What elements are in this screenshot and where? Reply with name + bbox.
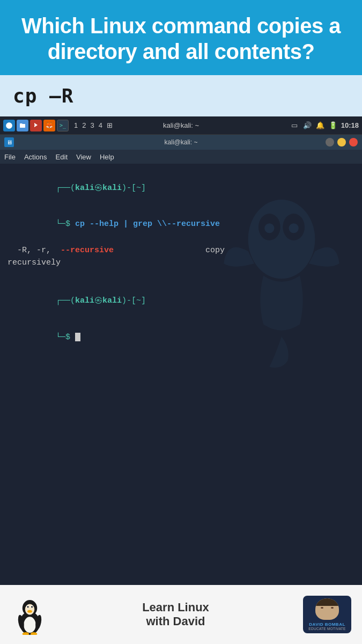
terminal-command-1: cp --help | grep \\--recursive [75,219,220,229]
menu-view[interactable]: View [76,153,91,161]
svg-point-13 [27,610,32,612]
terminal-wrapper: 🦊 >_ 1 2 3 4 ⊞ kali@kali: ~ ▭ 🔊 🔔 🔋 10:1… [0,116,362,585]
menu-bar: File Actions Edit View Help [0,150,362,164]
prompt1-bracket-open: ┌──( [56,184,75,193]
output-line-2: recursively [8,257,354,269]
taskbar: 🦊 >_ 1 2 3 4 ⊞ kali@kali: ~ ▭ 🔊 🔔 🔋 10:1… [0,116,362,135]
prompt1-dollar-line: └─$ cp --help | grep \\--recursive [8,207,354,243]
svg-point-12 [31,606,33,608]
prompt1-user: kali [75,184,94,193]
terminal-window: 🖥 kali@kali: ~ File Actions Edit View He… [0,135,362,585]
workspace-1[interactable]: 1 [74,121,78,129]
taskbar-kali-icon[interactable] [3,120,15,131]
workspace-2[interactable]: 2 [82,121,86,129]
taskbar-battery-icon[interactable]: 🔋 [328,121,338,130]
taskbar-term-icon[interactable]: >_ [57,120,69,131]
prompt2-bracket-open: ┌──( [56,296,75,305]
terminal-titlebar: 🖥 kali@kali: ~ [0,135,362,150]
footer-learn-text: Learn Linux [48,601,303,614]
svg-point-11 [27,606,28,608]
taskbar-firefox-icon[interactable]: 🦊 [43,120,55,131]
tux-logo [11,593,48,636]
taskbar-bell-icon[interactable]: 🔔 [315,121,325,130]
footer: Learn Linux with David DAVID BOMBAL EDUC… [0,585,362,644]
menu-actions[interactable]: Actions [24,153,47,161]
prompt1-bracket-line: ┌──(kali㉿kali)-[~] [8,170,354,207]
taskbar-title: kali@kali: ~ [163,121,199,129]
prompt2-dollar: └─$ [56,333,75,342]
taskbar-files-icon[interactable] [17,120,28,131]
prompt2-dollar-line: └─$ [8,319,354,356]
terminal-prompt-1: ┌──(kali㉿kali)-[~] └─$ cp --help | grep … [8,170,354,243]
terminal-titlebar-icon: 🖥 [4,137,14,147]
header-section: Which Linux command copies a directory a… [0,0,362,75]
svg-point-8 [25,604,34,614]
david-bombal-logo: DAVID BOMBAL EDUCATE MOTIVATE [303,596,351,633]
taskbar-window-icon[interactable]: ▭ [290,121,299,130]
output-recursive-text: --recursive [61,246,114,255]
prompt2-at: ㉿ [94,296,102,305]
workspace-3[interactable]: 3 [90,121,94,129]
svg-point-6 [24,617,36,633]
prompt2-dir: )-[~] [122,296,146,305]
taskbar-apps: 🦊 >_ [3,120,69,131]
terminal-cursor [75,333,80,341]
prompt2-user: kali [75,296,94,305]
prompt2-bracket-line: ┌──(kali㉿kali)-[~] [8,283,354,320]
workspace-4[interactable]: 4 [99,121,102,129]
answer-text: cp –R [13,85,73,107]
prompt1-host: kali [102,184,122,193]
terminal-close-button[interactable] [349,138,358,147]
terminal-minimize-button[interactable] [326,138,334,147]
prompt1-dir: )-[~] [122,184,146,193]
prompt1-dollar: └─$ [56,219,75,229]
footer-text: Learn Linux with David [48,601,303,628]
taskbar-volume-icon[interactable]: 🔊 [302,121,312,130]
terminal-maximize-button[interactable] [337,138,346,147]
terminal-content[interactable]: ┌──(kali㉿kali)-[~] └─$ cp --help | grep … [0,164,362,585]
terminal-prompt-2: ┌──(kali㉿kali)-[~] └─$ [8,283,354,356]
terminal-controls [326,138,358,147]
taskbar-time: 10:18 [341,121,359,129]
prompt2-host: kali [102,296,122,305]
prompt1-at: ㉿ [94,184,102,193]
taskbar-app-icon[interactable]: ⊞ [107,121,113,129]
taskbar-red-icon[interactable] [30,120,42,131]
footer-with-text: with David [48,614,303,628]
answer-box: cp –R [0,75,362,116]
taskbar-workspace-numbers: 1 2 3 4 ⊞ [74,121,113,129]
taskbar-right: ▭ 🔊 🔔 🔋 10:18 [290,121,359,130]
terminal-output: -R, -r, --recursive copy recursively [8,245,354,269]
header-title: Which Linux command copies a directory a… [16,13,346,64]
tux-svg [12,595,47,635]
menu-file[interactable]: File [4,153,16,161]
output-line-1: -R, -r, --recursive copy [8,245,354,257]
menu-help[interactable]: Help [100,153,114,161]
menu-edit[interactable]: Edit [56,153,68,161]
terminal-window-title: kali@kali: ~ [165,138,198,146]
